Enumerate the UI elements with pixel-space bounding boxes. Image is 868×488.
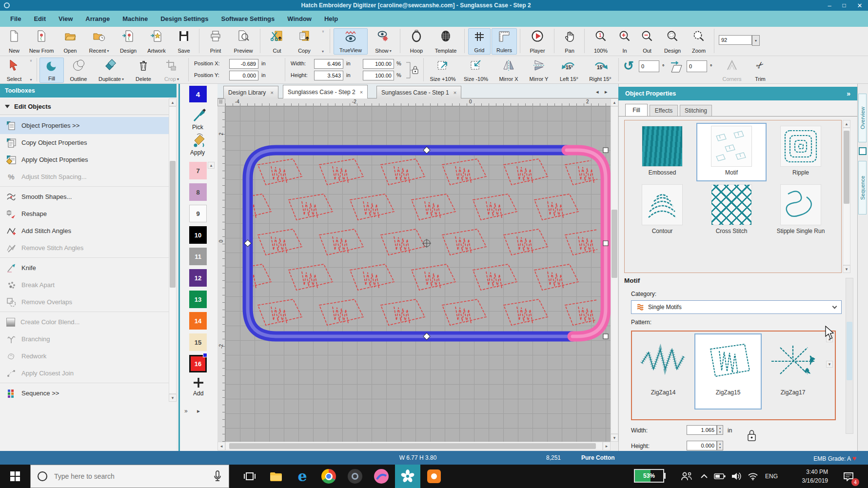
toolbox-item-sequence[interactable]: Sequence >> xyxy=(0,385,169,402)
palette-scroll-up[interactable]: ▴ xyxy=(208,162,215,169)
delete-button[interactable]: Delete xyxy=(130,58,157,83)
tab-close-icon[interactable]: × xyxy=(360,89,363,95)
search-input[interactable] xyxy=(54,472,206,480)
canvas-vscroll-thumb[interactable] xyxy=(612,210,617,278)
size-up-button[interactable]: Size +10% xyxy=(427,58,458,83)
color-swatch-10[interactable]: 10 xyxy=(189,226,207,244)
canvas-scroll-up[interactable]: ▴ xyxy=(611,98,618,106)
template-button[interactable]: Template xyxy=(430,28,461,55)
tab-design-library[interactable]: Design Library× xyxy=(223,86,278,98)
maximize-button[interactable]: □ xyxy=(837,2,851,9)
tab-close-icon[interactable]: × xyxy=(454,90,456,96)
props-tab-fill[interactable]: Fill xyxy=(625,104,648,116)
crop-button[interactable]: Crop▾ xyxy=(158,58,185,83)
color-swatch-16-selected[interactable]: 16 xyxy=(189,355,207,372)
menu-help[interactable]: Help xyxy=(318,15,344,22)
tray-battery-button[interactable] xyxy=(712,465,728,488)
mirror-y-button[interactable]: Mirror Y xyxy=(525,58,553,83)
color-swatch-15[interactable]: 15 xyxy=(189,333,207,351)
height-percent-input[interactable] xyxy=(363,71,394,80)
fill-type-embossed[interactable]: Embossed xyxy=(628,126,696,176)
artwork-button[interactable]: Artwork xyxy=(142,28,171,55)
color-swatch-12[interactable]: 12 xyxy=(189,269,207,287)
props-tab-stitching[interactable]: Stitching xyxy=(680,105,712,116)
ruler-corner[interactable] xyxy=(217,98,225,106)
toolbox-scroll-up[interactable]: ▴ xyxy=(169,98,177,106)
color-swatch-8[interactable]: 8 xyxy=(189,183,207,201)
minimize-button[interactable]: – xyxy=(822,2,837,9)
microphone-icon[interactable] xyxy=(213,470,222,483)
toolbox-scroll-thumb[interactable] xyxy=(170,161,176,288)
toolbox-scroll-down[interactable]: ▾ xyxy=(169,394,177,402)
zoom-level-dropdown[interactable]: ▾ xyxy=(752,35,760,46)
add-color-icon[interactable] xyxy=(192,376,205,389)
fill-gallery-scroll-up[interactable]: ▴ xyxy=(843,120,850,128)
fill-type-ripple[interactable]: Ripple xyxy=(767,126,835,176)
skew-icon[interactable] xyxy=(669,60,685,74)
new-button[interactable]: New xyxy=(3,28,25,55)
toolbox-item-object-properties[interactable]: Object Properties >> xyxy=(0,117,169,134)
dropdown-arrow-icon[interactable]: ▾ xyxy=(107,49,109,53)
camera-app-button[interactable] xyxy=(342,465,368,488)
aspect-lock-icon[interactable] xyxy=(405,59,419,81)
menu-software-settings[interactable]: Software Settings xyxy=(215,15,281,22)
dock-tab-sequence[interactable]: Sequence xyxy=(858,161,867,215)
canvas-hscroll-thumb[interactable] xyxy=(229,443,596,449)
people-button[interactable] xyxy=(678,465,695,488)
motif-width-spinner[interactable]: ▴▾ xyxy=(717,425,723,435)
position-y-input[interactable] xyxy=(229,71,258,80)
toolbox-item-smooth-shapes[interactable]: Smooth Shapes... xyxy=(0,188,169,205)
fill-gallery-scroll-down[interactable]: ▾ xyxy=(843,265,850,273)
menu-design-settings[interactable]: Design Settings xyxy=(154,15,215,22)
network-button[interactable] xyxy=(745,465,761,488)
print-button[interactable]: Print xyxy=(203,28,228,55)
category-select[interactable]: Single Motifs xyxy=(631,300,842,314)
toolbox-item-redwork[interactable]: Redwork xyxy=(0,348,169,365)
zoom-level-input[interactable] xyxy=(719,35,752,45)
fill-type-cross-stitch[interactable]: Cross Stitch xyxy=(697,184,766,234)
chrome-button[interactable] xyxy=(316,465,341,488)
fill-type-stipple[interactable]: Stipple Single Run xyxy=(767,184,835,234)
trim-button[interactable]: ✂Trim xyxy=(748,58,772,83)
current-color-swatch[interactable]: 4 xyxy=(189,86,207,102)
motif-lock-icon[interactable] xyxy=(746,429,758,443)
pattern-zigzag15[interactable]: ZigZag15 xyxy=(698,336,758,396)
design-canvas[interactable] xyxy=(225,106,611,442)
fill-type-contour[interactable]: Contour xyxy=(628,184,696,234)
pick-icon[interactable] xyxy=(192,107,206,123)
tray-expand-button[interactable] xyxy=(697,465,711,488)
toolbox-item-create-color-blend[interactable]: Create Color Blend... xyxy=(0,313,169,331)
toolbox-item-branching[interactable]: Branching xyxy=(0,331,169,348)
menu-edit[interactable]: Edit xyxy=(27,15,52,22)
color-swatch-7[interactable]: 7 xyxy=(189,162,207,179)
canvas-scroll-down[interactable]: ▾ xyxy=(611,434,618,442)
recorder-app-button[interactable] xyxy=(421,465,447,488)
copy-button[interactable]: Copy xyxy=(291,28,318,55)
start-button[interactable] xyxy=(0,465,30,488)
clipboard-more-toggle[interactable]: »▾ xyxy=(319,29,327,54)
toolbox-item-reshape[interactable]: Reshape xyxy=(0,205,169,222)
panel-expand-icon[interactable]: » xyxy=(847,90,850,98)
trueview-button[interactable]: TrueView xyxy=(334,28,368,55)
canvas-scroll-left[interactable]: ◂ xyxy=(217,442,225,450)
volume-button[interactable] xyxy=(729,465,744,488)
mirror-x-button[interactable]: Mirror X xyxy=(494,58,523,83)
menu-window[interactable]: Window xyxy=(281,15,318,22)
color-swatch-13[interactable]: 13 xyxy=(189,291,207,308)
language-indicator[interactable]: ENG xyxy=(762,465,781,488)
zoom-in-button[interactable]: In xyxy=(614,28,635,55)
hatch-app-button[interactable] xyxy=(395,465,420,488)
recent-button[interactable]: Recent▾ xyxy=(84,28,114,55)
height-input[interactable] xyxy=(314,71,343,80)
skew-input[interactable] xyxy=(687,60,707,72)
close-button[interactable]: ✕ xyxy=(851,2,868,9)
battery-badge[interactable]: 53% xyxy=(634,469,664,483)
toolbox-item-add-stitch-angles[interactable]: Add Stitch Angles xyxy=(0,222,169,239)
tab-sunglasses-case-step1[interactable]: Sunglasses Case - Step 1× xyxy=(376,86,461,98)
toolbox-item-apply-closest-join[interactable]: Apply Closest Join xyxy=(0,365,169,382)
pattern-zigzag17[interactable]: ZigZag17 xyxy=(763,336,823,396)
zoom-100-button[interactable]: 1100% xyxy=(588,28,613,55)
cut-button[interactable]: Cut xyxy=(264,28,290,55)
select-more-toggle[interactable]: »▾ xyxy=(27,59,35,82)
zoom-design-button[interactable]: Design xyxy=(659,28,686,55)
